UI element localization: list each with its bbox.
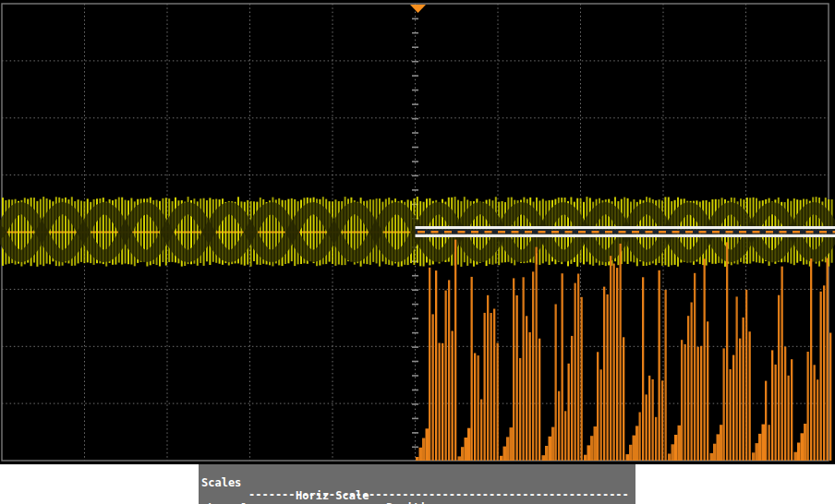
gate-bottom-line[interactable] [416,234,835,237]
bottom-readout-bar: Scales ---------------------------------… [0,464,835,504]
scales-panel: Scales ---------------------------------… [199,464,635,504]
scope-display-area [0,0,835,464]
measurement-gate-band[interactable] [416,226,835,237]
scales-panel-title-row: Scales ---------------------------------… [199,465,635,477]
scope-graticule-canvas [0,0,835,464]
oscilloscope-screenshot: Scales ---------------------------------… [0,0,835,504]
scales-header-row: Horiz Scale Position Vertical Scale Offs… [199,478,635,490]
trigger-position-marker-icon[interactable] [410,5,426,13]
gate-top-line[interactable] [416,226,835,229]
channel1-readout-row: Channel 1 100.0 ns/div 0.000s 1.000V/div… [199,491,635,503]
channel2-trace [416,240,831,461]
